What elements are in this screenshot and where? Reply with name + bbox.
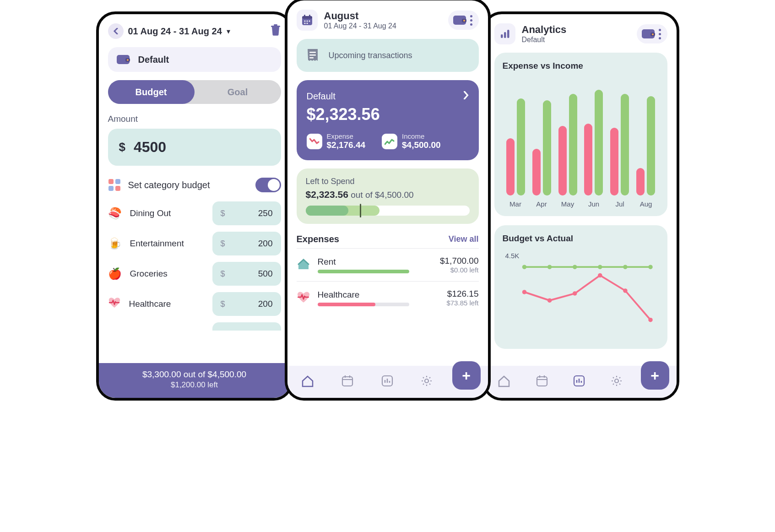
expense-row[interactable]: Rent $1,700.00 $0.00 left: [297, 248, 479, 281]
tab-goal[interactable]: Goal: [195, 80, 281, 104]
expense-stat: Expense $2,176.44: [307, 132, 366, 150]
svg-point-13: [304, 21, 305, 22]
expenses-header: Expenses View all: [297, 234, 479, 244]
svg-rect-8: [115, 186, 120, 191]
category-amount-input[interactable]: $ 200: [212, 292, 281, 316]
wallet-icon: [453, 14, 466, 26]
budget-goal-segment: Budget Goal: [108, 80, 281, 104]
dollar-sign-icon: $: [221, 299, 225, 309]
upcoming-label: Upcoming transactions: [329, 51, 412, 60]
analytics-header: Analytics Default: [494, 23, 667, 44]
more-menu-icon[interactable]: [657, 29, 663, 39]
amount-input[interactable]: $ 4500: [108, 129, 281, 166]
sushi-icon: 🍣: [108, 207, 122, 220]
wallet-icon: [641, 28, 655, 40]
svg-point-43: [623, 265, 628, 269]
tab-budget[interactable]: Budget: [108, 80, 195, 104]
nav-analytics[interactable]: [573, 375, 585, 389]
income-stat: Income $4,500.00: [382, 132, 441, 150]
nav-home[interactable]: [497, 375, 511, 389]
wallet-chip[interactable]: Default: [108, 47, 281, 72]
expense-left: $73.85 left: [446, 299, 478, 307]
more-menu-icon[interactable]: [468, 15, 474, 26]
budget-vs-actual-chart: Budget vs Actual 4.5K: [494, 225, 667, 349]
nav-calendar[interactable]: [536, 375, 548, 389]
svg-point-42: [598, 265, 602, 269]
add-transaction-fab[interactable]: +: [452, 361, 481, 390]
budget-phone: 01 Aug 24 - 31 Aug 24 ▾ Default Budget G…: [96, 11, 293, 401]
date-range[interactable]: 01 Aug 24 - 31 Aug 24: [128, 26, 222, 37]
plus-icon: +: [462, 367, 471, 384]
list-item: 🍺 Entertainment $ 200: [108, 232, 281, 255]
expense-name: Rent: [318, 257, 433, 267]
svg-point-39: [522, 265, 526, 269]
left-to-spend-progress: [306, 206, 470, 216]
heartbeat-icon: [297, 291, 310, 305]
svg-rect-22: [309, 54, 316, 56]
add-transaction-fab[interactable]: +: [641, 361, 669, 390]
category-name: Entertainment: [130, 239, 184, 249]
svg-point-45: [522, 290, 526, 294]
dollar-sign-icon: $: [221, 239, 225, 249]
category-amount-input[interactable]: $ 500: [212, 262, 281, 286]
view-all-link[interactable]: View all: [449, 234, 479, 244]
category-amount-input[interactable]: $ 200: [212, 232, 281, 255]
expense-row[interactable]: Healthcare $126.15 $73.85 left: [297, 281, 479, 314]
beer-icon: 🍺: [108, 237, 122, 250]
balance-card[interactable]: Default $2,323.56 Expense $2,176.44: [297, 80, 479, 160]
dollar-sign-icon: $: [119, 140, 125, 154]
category-amount: 250: [258, 208, 273, 218]
nav-settings[interactable]: [610, 375, 623, 389]
summary-line-2: $1,200.00 left: [103, 380, 286, 390]
calendar-icon[interactable]: [297, 10, 318, 31]
svg-point-32: [425, 379, 428, 383]
page-title: August: [324, 10, 396, 22]
nav-analytics[interactable]: [381, 375, 394, 389]
category-name: Groceries: [130, 269, 168, 279]
chevron-right-icon: [463, 90, 469, 102]
svg-point-17: [306, 23, 308, 24]
svg-point-20: [463, 20, 465, 22]
nav-home[interactable]: [301, 375, 314, 389]
left-to-spend-title: Left to Spend: [306, 177, 470, 186]
balance-amount: $2,323.56: [307, 105, 469, 124]
svg-point-16: [304, 23, 305, 24]
wallet-icon: [116, 54, 130, 65]
category-amount-input[interactable]: $ 250: [212, 201, 281, 225]
category-amount: 500: [258, 269, 273, 279]
wallet-switcher[interactable]: [448, 11, 479, 30]
y-tick: 4.5K: [505, 252, 520, 260]
list-item: 🍣 Dining Out $ 250: [108, 201, 281, 225]
budget-header: 01 Aug 24 - 31 Aug 24 ▾: [108, 23, 281, 39]
expense-value: $2,176.44: [327, 140, 366, 150]
svg-point-40: [547, 265, 552, 269]
svg-rect-11: [304, 15, 305, 17]
apple-icon: 🍎: [108, 267, 122, 280]
chevron-down-icon[interactable]: ▾: [227, 27, 230, 36]
delete-button[interactable]: [270, 24, 281, 38]
nav-settings[interactable]: [420, 375, 433, 389]
category-budget-row: Set category budget: [108, 178, 281, 192]
wallet-switcher[interactable]: [637, 24, 667, 43]
nav-calendar[interactable]: [341, 375, 354, 389]
svg-rect-21: [309, 52, 316, 53]
category-amount: 200: [258, 239, 273, 249]
svg-rect-23: [309, 57, 314, 59]
svg-point-4: [127, 59, 129, 61]
back-button[interactable]: [108, 23, 124, 39]
chart-icon[interactable]: [494, 23, 515, 44]
chart-title: Budget vs Actual: [503, 233, 659, 244]
svg-rect-51: [537, 377, 547, 386]
category-budget-toggle[interactable]: [255, 178, 281, 192]
left-to-spend-text: $2,323.56 out of $4,500.00: [306, 189, 470, 200]
page-subtitle: 01 Aug 24 - 31 Aug 24: [324, 22, 396, 30]
dollar-sign-icon: $: [221, 269, 225, 279]
svg-point-49: [623, 288, 628, 293]
upcoming-transactions-card[interactable]: Upcoming transactions: [297, 39, 479, 72]
category-amount: 200: [258, 299, 273, 309]
category-budget-label: Set category budget: [128, 180, 210, 190]
line-chart: [503, 249, 659, 341]
amount-label: Amount: [108, 114, 281, 124]
svg-rect-33: [501, 34, 503, 38]
trend-down-icon: [307, 134, 322, 149]
